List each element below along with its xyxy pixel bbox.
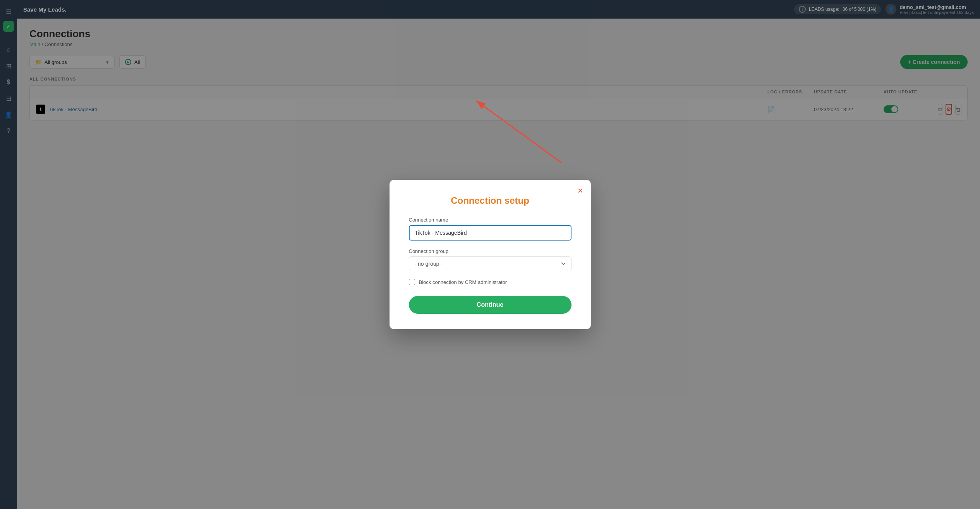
modal-title: Connection setup xyxy=(409,195,572,206)
connection-name-group: Connection name xyxy=(409,217,572,241)
connection-name-input[interactable] xyxy=(409,225,572,241)
block-connection-checkbox[interactable] xyxy=(409,279,415,285)
block-connection-group: Block connection by CRM administrator xyxy=(409,279,572,285)
modal-overlay[interactable]: × Connection setup Connection name Conne… xyxy=(0,0,980,509)
connection-name-label: Connection name xyxy=(409,217,572,223)
connection-group-group: Connection group - no group - xyxy=(409,248,572,271)
block-connection-label: Block connection by CRM administrator xyxy=(419,279,507,285)
continue-button[interactable]: Continue xyxy=(409,296,572,314)
connection-group-select[interactable]: - no group - xyxy=(409,256,572,271)
connection-setup-modal: × Connection setup Connection name Conne… xyxy=(390,180,591,329)
modal-close-button[interactable]: × xyxy=(577,186,583,195)
connection-group-label: Connection group xyxy=(409,248,572,254)
